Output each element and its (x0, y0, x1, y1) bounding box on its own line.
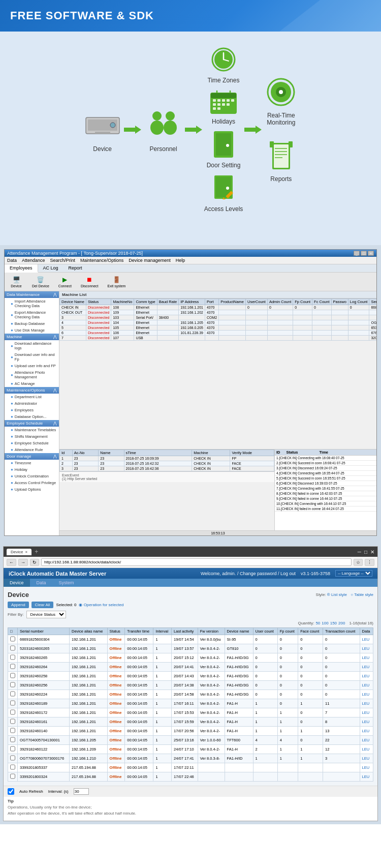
nav-data[interactable]: Data (30, 579, 52, 587)
list-item[interactable]: OGT70800607073000176192.168.1.210Offline… (8, 754, 373, 763)
url-bar[interactable] (41, 558, 352, 566)
tab-report[interactable]: Report (64, 264, 87, 272)
table-row[interactable]: CHECK OUTDisconnected109Ethernet192.168.… (60, 310, 377, 315)
close-btn[interactable]: × (368, 251, 374, 256)
connect-btn[interactable]: ▶ Connect (56, 274, 74, 289)
refresh-btn[interactable]: ↻ (30, 559, 39, 566)
list-item[interactable]: 3929182460258192.168.1.201Offline00:00:1… (8, 672, 373, 681)
menu-help[interactable]: Help (176, 258, 185, 263)
list-item[interactable]: 3929182460161192.168.1.201Offline00:00:1… (8, 717, 373, 727)
sidebar-dept[interactable]: ●Department List (5, 394, 59, 400)
sidebar-timetables[interactable]: ●Maintenance Timetables (5, 427, 59, 433)
language-select[interactable]: -- Language -- (335, 570, 372, 577)
list-item[interactable]: 3929182460264192.168.1.201Offline00:00:1… (8, 663, 373, 672)
browser-maximize[interactable]: □ (364, 549, 367, 555)
exit-btn[interactable]: 🚪 Exit system (105, 274, 129, 289)
browser-tab-device[interactable]: Device × (7, 549, 31, 555)
append-btn[interactable]: Append (8, 602, 29, 608)
sidebar-data-maint[interactable]: Data Maintenance ⋀ (5, 291, 59, 298)
sidebar-machine[interactable]: Machine ⋀ (5, 334, 59, 340)
menu-data[interactable]: Data (7, 258, 17, 263)
back-btn[interactable]: ← (7, 559, 16, 566)
titlebar-controls[interactable]: _ □ × (354, 251, 374, 256)
log-row[interactable]: 223232018-07-25 16:42:32CHECK INFACE (60, 461, 274, 466)
operation-btn[interactable]: ◉ Operation for selected (79, 603, 123, 607)
sidebar-unlock[interactable]: ●Unlock Combination (5, 473, 59, 480)
list-item[interactable]: 3929182460265192.168.1.201Offline00:00:1… (8, 653, 373, 663)
clear-all-btn[interactable]: Clear All (31, 602, 54, 608)
table-row[interactable]: 3Disconnected103Serial Port/38400COM2 (60, 315, 377, 320)
list-item[interactable]: 3929182460224192.168.1.201Offline00:00:1… (8, 690, 373, 699)
device-btn[interactable]: 🖥️ Device (7, 274, 25, 289)
sidebar-maint-options[interactable]: Maintenance/Options ⋀ (5, 387, 59, 394)
sidebar-upload-user[interactable]: ●Upload user info and FP (5, 363, 59, 369)
qty-200[interactable]: 200 (338, 621, 345, 625)
sidebar-admin[interactable]: ●Administrator (5, 400, 59, 407)
list-item[interactable]: 3929182460189192.168.1.201Offline00:00:1… (8, 699, 373, 708)
settings-btn[interactable]: ⋮ (365, 559, 374, 566)
list-item[interactable]: 3929182460172192.168.1.201Offline00:00:1… (8, 708, 373, 717)
log-row[interactable]: 123232018-07-25 16:09:39CHECK INFP (60, 456, 274, 461)
list-item[interactable]: 3929182460122192.168.1.209Offline00:00:1… (8, 745, 373, 754)
sidebar-timezone[interactable]: ●Timezone (5, 460, 59, 466)
filter-select[interactable]: Device Status (26, 611, 66, 618)
list-item[interactable]: 3399201805337217.65.194.88Offline00:00:1… (8, 763, 373, 772)
forward-btn[interactable]: → (18, 559, 28, 566)
table-row[interactable]: 5Disconnected105Ethernet192.168.0.205437… (60, 325, 377, 331)
minimize-btn[interactable]: _ (354, 251, 360, 256)
list-item[interactable]: 52031824600265192.168.1.201Offline00:00:… (8, 644, 373, 653)
sidebar-employees[interactable]: ●Employees (5, 407, 59, 413)
browser-minimize[interactable]: ─ (358, 549, 361, 555)
menu-search[interactable]: Search/Print (50, 258, 76, 263)
sidebar-disk[interactable]: ●Use Disk Manage (5, 327, 59, 334)
interval-input[interactable] (74, 788, 89, 795)
browser-close[interactable]: ✕ (370, 549, 374, 555)
list-item[interactable]: 3399201800324217.65.194.88Offline00:00:1… (8, 772, 373, 782)
del-device-btn[interactable]: 🗑️ Del Device (29, 274, 52, 289)
sidebar-ac-manage[interactable]: ●AC Manage (5, 380, 59, 387)
sidebar-access-ctrl[interactable]: ●Access Control Privilege (5, 480, 59, 486)
qty-150[interactable]: 150 (330, 621, 337, 625)
table-row[interactable]: 6Disconnected106Ethernet101.81.228.39437… (60, 331, 377, 336)
new-tab-btn[interactable]: + (35, 548, 38, 555)
sidebar-download-logs[interactable]: ●Download attendance logs (5, 340, 59, 351)
disconnect-btn[interactable]: ⏹ Disconnect (78, 274, 101, 289)
qty-100[interactable]: 100 (322, 621, 328, 625)
sidebar-holiday[interactable]: ●Holiday (5, 466, 59, 473)
list-item[interactable]: 66691825600304192.168.1.201Offline00:00:… (8, 635, 373, 644)
sidebar-schedule[interactable]: Employee Schedule ⋀ (5, 420, 59, 427)
sidebar-att-rule[interactable]: ●Attendance Rule (5, 446, 59, 453)
tab-employees[interactable]: Employees (5, 264, 38, 273)
log-row[interactable]: 323232018-07-25 16:42:36CHECK INFACE (60, 466, 274, 471)
sidebar-shifts[interactable]: ●Shifts Management (5, 433, 59, 440)
web-table-wrapper[interactable]: □ Serial number Device alias name Status… (8, 627, 373, 782)
qty-50[interactable]: 50 (315, 621, 320, 625)
menu-device[interactable]: Device management (129, 258, 171, 263)
list-style-btn[interactable]: ® List style (327, 592, 347, 597)
table-row[interactable]: CHECK INDisconnected108Ethernet192.168.1… (60, 305, 377, 310)
maximize-btn[interactable]: □ (361, 251, 367, 256)
menu-maintenance[interactable]: Maintenance/Options (80, 258, 123, 263)
menu-attendance[interactable]: Attendance (22, 258, 45, 263)
machine-table-wrapper[interactable]: Device Name Status MachineNo Comm type B… (59, 298, 376, 449)
sidebar-export[interactable]: ●Export Attendance Checking Data (5, 309, 59, 320)
bookmark-btn[interactable]: ☆ (354, 559, 363, 566)
sidebar-download-user[interactable]: ●Download user info and Fp (5, 351, 59, 363)
sidebar-db-option[interactable]: ●Database Option... (5, 413, 59, 420)
nav-device[interactable]: Device (4, 579, 30, 587)
table-style-btn[interactable]: ○ Table style (351, 592, 373, 597)
browser-tab-close[interactable]: × (25, 550, 27, 554)
sidebar-upload-options[interactable]: ●Upload Options (5, 486, 59, 493)
sidebar-door[interactable]: Door manage ⋀ (5, 453, 59, 460)
list-item[interactable]: 3929182460256192.168.1.201Offline00:00:1… (8, 681, 373, 690)
nav-system[interactable]: System (53, 579, 80, 587)
sidebar-import[interactable]: ●Import Attendance Checking Data (5, 298, 59, 309)
tab-ac-log[interactable]: AC Log (38, 264, 64, 272)
sidebar-emp-schedule[interactable]: ●Employee Schedule (5, 440, 59, 446)
table-row[interactable]: 4Disconnected104Ethernet192.168.1.205437… (60, 320, 377, 325)
list-item[interactable]: 3929182460140192.168.1.201Offline00:00:1… (8, 727, 373, 736)
list-item[interactable]: OGT704005704130001192.168.1.205Offline00… (8, 736, 373, 745)
sidebar-photo[interactable]: ●Attendance Photo Management (5, 369, 59, 380)
table-row[interactable]: 7Disconnected107USB3204 (60, 336, 377, 341)
auto-refresh-checkbox[interactable] (8, 788, 14, 795)
